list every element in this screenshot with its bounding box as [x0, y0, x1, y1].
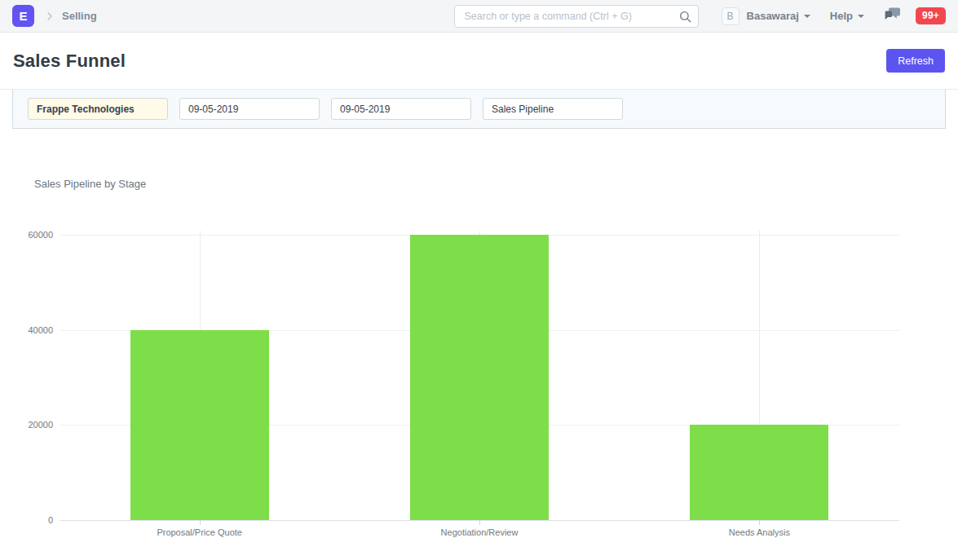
- chart: Sales Pipeline by Stage 0200004000060000…: [0, 129, 958, 558]
- breadcrumb[interactable]: Selling: [62, 10, 97, 22]
- chat-icon: [884, 7, 901, 24]
- y-axis-label-0: 0: [0, 515, 53, 525]
- help-label: Help: [830, 10, 853, 22]
- navbar: E Selling B Basawaraj Help: [0, 0, 958, 33]
- app-logo[interactable]: E: [12, 5, 34, 27]
- filter-section: [12, 90, 946, 129]
- x-axis-label-1: Proposal/Price Quote: [77, 527, 322, 537]
- x-axis-tick-2: [479, 520, 480, 525]
- chat-button[interactable]: [884, 7, 901, 24]
- search-input[interactable]: [454, 5, 699, 28]
- notification-badge[interactable]: 99+: [916, 7, 946, 24]
- bar-needs-analysis[interactable]: [690, 425, 828, 520]
- x-axis-label-2: Negotiation/Review: [357, 527, 602, 537]
- user-name: Basawaraj: [747, 10, 799, 22]
- x-axis-tick-1: [200, 520, 201, 525]
- y-axis-label-60000: 60000: [0, 230, 53, 240]
- from-date-filter[interactable]: [179, 98, 320, 120]
- user-menu[interactable]: Basawaraj: [747, 10, 810, 22]
- company-filter[interactable]: [28, 98, 168, 120]
- refresh-button[interactable]: Refresh: [886, 49, 945, 73]
- to-date-filter[interactable]: [331, 98, 471, 120]
- page-title: Sales Funnel: [13, 51, 126, 72]
- x-axis-tick-3: [759, 520, 760, 525]
- page-head: Sales Funnel Refresh: [0, 33, 958, 90]
- bar-negotiation-review[interactable]: [410, 235, 549, 520]
- chart-type-filter[interactable]: [483, 98, 623, 120]
- navbar-right: B Basawaraj Help 99+: [722, 7, 946, 25]
- avatar[interactable]: B: [722, 7, 739, 25]
- y-axis-label-40000: 40000: [0, 325, 53, 335]
- global-search: [454, 5, 699, 28]
- help-menu[interactable]: Help: [830, 10, 864, 22]
- chevron-down-icon: [804, 15, 810, 18]
- app-logo-letter: E: [19, 9, 27, 23]
- avatar-letter: B: [727, 11, 734, 22]
- bar-proposal-price-quote[interactable]: [130, 330, 269, 520]
- chevron-right-icon: [44, 11, 55, 22]
- y-axis-label-20000: 20000: [0, 420, 53, 430]
- x-axis-label-3: Needs Analysis: [637, 527, 881, 537]
- chevron-down-icon: [858, 15, 864, 18]
- chart-title: Sales Pipeline by Stage: [34, 178, 146, 190]
